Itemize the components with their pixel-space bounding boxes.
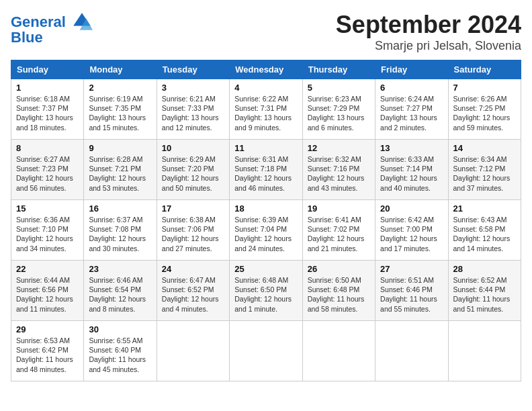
table-row: 3Sunrise: 6:21 AM Sunset: 7:33 PM Daylig… [157, 79, 229, 140]
col-thursday: Thursday [302, 60, 375, 79]
table-row [230, 321, 302, 381]
table-row: 5Sunrise: 6:23 AM Sunset: 7:29 PM Daylig… [302, 79, 375, 140]
table-row: 13Sunrise: 6:33 AM Sunset: 7:14 PM Dayli… [375, 140, 448, 200]
table-row: 24Sunrise: 6:47 AM Sunset: 6:52 PM Dayli… [157, 261, 229, 321]
table-row: 6Sunrise: 6:24 AM Sunset: 7:27 PM Daylig… [375, 79, 448, 140]
table-row: 8Sunrise: 6:27 AM Sunset: 7:23 PM Daylig… [11, 140, 84, 200]
table-row: 21Sunrise: 6:43 AM Sunset: 6:58 PM Dayli… [448, 200, 521, 261]
table-row: 22Sunrise: 6:44 AM Sunset: 6:56 PM Dayli… [11, 261, 84, 321]
table-row: 30Sunrise: 6:55 AM Sunset: 6:40 PM Dayli… [84, 321, 157, 381]
table-row: 28Sunrise: 6:52 AM Sunset: 6:44 PM Dayli… [448, 261, 521, 321]
table-row: 12Sunrise: 6:32 AM Sunset: 7:16 PM Dayli… [302, 140, 375, 200]
table-row: 1Sunrise: 6:18 AM Sunset: 7:37 PM Daylig… [11, 79, 84, 140]
table-row: 11Sunrise: 6:31 AM Sunset: 7:18 PM Dayli… [230, 140, 302, 200]
table-row: 29Sunrise: 6:53 AM Sunset: 6:42 PM Dayli… [11, 321, 84, 381]
table-row: 23Sunrise: 6:46 AM Sunset: 6:54 PM Dayli… [84, 261, 157, 321]
table-row [157, 321, 229, 381]
col-saturday: Saturday [448, 60, 521, 79]
table-row: 14Sunrise: 6:34 AM Sunset: 7:12 PM Dayli… [448, 140, 521, 200]
table-row: 20Sunrise: 6:42 AM Sunset: 7:00 PM Dayli… [375, 200, 448, 261]
table-row: 16Sunrise: 6:37 AM Sunset: 7:08 PM Dayli… [84, 200, 157, 261]
col-sunday: Sunday [11, 60, 84, 79]
table-row: 27Sunrise: 6:51 AM Sunset: 6:46 PM Dayli… [375, 261, 448, 321]
table-row: 4Sunrise: 6:22 AM Sunset: 7:31 PM Daylig… [230, 79, 302, 140]
table-row [448, 321, 521, 381]
table-row: 25Sunrise: 6:48 AM Sunset: 6:50 PM Dayli… [230, 261, 302, 321]
title-area: September 2024 Smarje pri Jelsah, Sloven… [336, 11, 521, 53]
col-monday: Monday [84, 60, 157, 79]
col-wednesday: Wednesday [230, 60, 302, 79]
table-row: 19Sunrise: 6:41 AM Sunset: 7:02 PM Dayli… [302, 200, 375, 261]
col-friday: Friday [375, 60, 448, 79]
month-year: September 2024 [336, 11, 521, 39]
col-tuesday: Tuesday [157, 60, 229, 79]
location: Smarje pri Jelsah, Slovenia [336, 39, 521, 53]
table-row: 17Sunrise: 6:38 AM Sunset: 7:06 PM Dayli… [157, 200, 229, 261]
table-row: 26Sunrise: 6:50 AM Sunset: 6:48 PM Dayli… [302, 261, 375, 321]
logo: General Blue [11, 13, 93, 46]
table-row: 7Sunrise: 6:26 AM Sunset: 7:25 PM Daylig… [448, 79, 521, 140]
header: General Blue September 2024 Smarje pri J… [11, 11, 521, 53]
calendar-table: Sunday Monday Tuesday Wednesday Thursday… [11, 60, 521, 381]
table-row: 2Sunrise: 6:19 AM Sunset: 7:35 PM Daylig… [84, 79, 157, 140]
table-row: 10Sunrise: 6:29 AM Sunset: 7:20 PM Dayli… [157, 140, 229, 200]
table-row: 18Sunrise: 6:39 AM Sunset: 7:04 PM Dayli… [230, 200, 302, 261]
table-row [302, 321, 375, 381]
table-row: 15Sunrise: 6:36 AM Sunset: 7:10 PM Dayli… [11, 200, 84, 261]
table-row [375, 321, 448, 381]
table-row: 9Sunrise: 6:28 AM Sunset: 7:21 PM Daylig… [84, 140, 157, 200]
